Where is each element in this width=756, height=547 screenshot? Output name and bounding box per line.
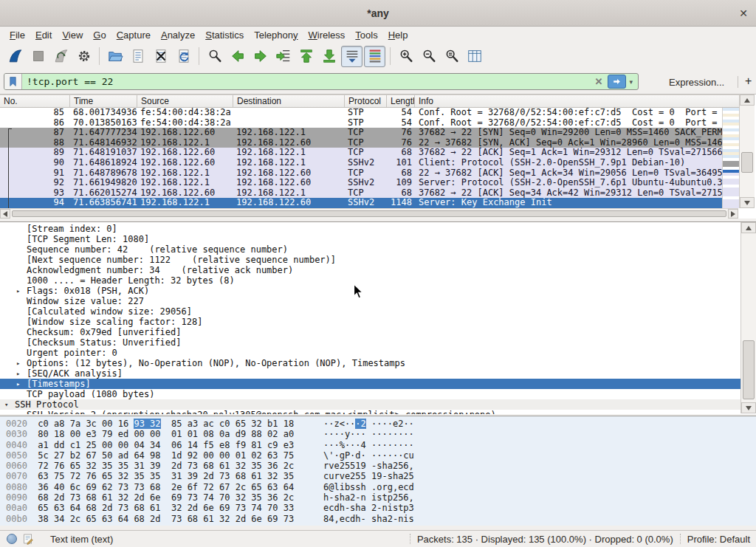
expression-button[interactable]: Expression...: [669, 77, 724, 88]
filter-value[interactable]: !tcp.port == 22: [22, 76, 590, 87]
stop-capture-button[interactable]: [27, 46, 49, 67]
close-file-button[interactable]: [150, 46, 171, 67]
packet-row-87[interactable]: 8771.647777234192.168.122.60192.168.122.…: [0, 128, 722, 138]
filter-apply-button[interactable]: [608, 75, 626, 89]
capture-comment-icon[interactable]: [22, 533, 34, 545]
detail-line[interactable]: [Stream index: 0]: [0, 224, 756, 234]
detail-line[interactable]: ▸Flags: 0x018 (PSH, ACK): [0, 286, 756, 296]
detail-line[interactable]: [Window size scaling factor: 128]: [0, 317, 756, 327]
detail-line[interactable]: [Calculated window size: 29056]: [0, 306, 756, 317]
hex-row[interactable]: 0050 5c 27 b2 67 50 ad 64 98 1d 92 00 00…: [6, 450, 756, 461]
hex-row[interactable]: 0080 36 40 6c 69 62 73 73 68 2e 6f 72 67…: [6, 482, 756, 492]
zoom-in-button[interactable]: [395, 46, 416, 67]
hex-row[interactable]: 0090 68 2d 73 68 61 32 2d 6e 69 73 74 70…: [6, 492, 756, 503]
reload-file-button[interactable]: [173, 46, 194, 67]
hex-row[interactable]: 0070 63 75 72 76 65 32 35 35 31 39 2d 73…: [6, 471, 756, 481]
packet-row-89[interactable]: 8971.648191037192.168.122.60192.168.122.…: [0, 148, 722, 158]
menu-item-edit[interactable]: Edit: [30, 30, 57, 41]
detail-line[interactable]: Urgent pointer: 0: [0, 348, 756, 358]
hex-row[interactable]: 0030 80 18 00 e3 79 ed 00 00 01 01 08 0a…: [6, 429, 756, 439]
go-back-button[interactable]: [227, 46, 248, 67]
menu-item-telephony[interactable]: Telephony: [249, 30, 303, 41]
intelligent-scrollbar-minimap[interactable]: [722, 108, 739, 208]
menu-item-tools[interactable]: Tools: [350, 30, 382, 41]
menu-item-analyze[interactable]: Analyze: [156, 30, 200, 41]
detail-line[interactable]: TCP payload (1080 bytes): [0, 389, 756, 399]
hex-row[interactable]: 0040 a1 dd c1 25 00 00 04 34 06 14 f5 e8…: [6, 440, 756, 450]
packet-list-vertical-scrollbar[interactable]: [739, 94, 755, 208]
packet-list-horizontal-scrollbar[interactable]: [0, 208, 738, 219]
menu-item-wireless[interactable]: Wireless: [303, 30, 351, 41]
scroll-down-icon[interactable]: [740, 197, 755, 208]
column-header-destination[interactable]: Destination: [233, 95, 345, 107]
column-header-length[interactable]: Length: [387, 95, 415, 107]
menu-item-statistics[interactable]: Statistics: [200, 30, 249, 41]
scroll-right-icon[interactable]: [728, 209, 738, 219]
expand-icon[interactable]: ▸: [16, 286, 20, 296]
detail-line[interactable]: [TCP Segment Len: 1080]: [0, 234, 756, 244]
colorize-button[interactable]: [364, 46, 385, 67]
detail-line[interactable]: Sequence number: 42 (relative sequence n…: [0, 244, 756, 255]
resize-columns-button[interactable]: [464, 46, 485, 67]
expert-info-icon[interactable]: [7, 534, 17, 544]
collapse-icon[interactable]: ▾: [4, 399, 8, 410]
display-filter-input[interactable]: !tcp.port == 22 ✕ ▾: [4, 73, 639, 90]
column-header-source[interactable]: Source: [137, 95, 233, 107]
scroll-down-icon[interactable]: [741, 402, 756, 413]
filter-dropdown-icon[interactable]: ▾: [629, 78, 638, 86]
go-last-button[interactable]: [318, 46, 340, 67]
profile-label[interactable]: Profile: Default: [687, 534, 750, 545]
restart-capture-button[interactable]: [50, 46, 72, 67]
detail-line[interactable]: ▸[Timestamps]: [0, 379, 756, 389]
packet-row-90[interactable]: 9071.648618924192.168.122.60192.168.122.…: [0, 158, 722, 168]
filter-clear-icon[interactable]: ✕: [590, 76, 608, 87]
scrollbar-thumb[interactable]: [743, 340, 755, 399]
expand-icon[interactable]: ▸: [16, 368, 20, 379]
detail-line[interactable]: ▸Options: (12 bytes), No-Operation (NOP)…: [0, 358, 756, 368]
hex-row[interactable]: 0020 c0 a8 7a 3c 00 16 93 32 85 a3 ac c0…: [6, 419, 756, 429]
add-filter-button[interactable]: +: [745, 75, 752, 88]
scroll-up-icon[interactable]: [740, 94, 755, 106]
column-header-info[interactable]: Info: [415, 95, 740, 107]
go-forward-button[interactable]: [250, 46, 271, 67]
menu-item-go[interactable]: Go: [88, 30, 111, 41]
go-first-button[interactable]: [295, 46, 317, 67]
go-to-packet-button[interactable]: [272, 46, 294, 67]
zoom-out-button[interactable]: [418, 46, 439, 67]
start-capture-button[interactable]: [4, 46, 26, 67]
scrollbar-thumb[interactable]: [12, 210, 726, 217]
open-file-button[interactable]: [104, 46, 126, 67]
packet-row-94[interactable]: 9471.663856741192.168.122.1192.168.122.6…: [0, 198, 722, 208]
packet-row-85[interactable]: 8568.001734936fe:54:00:d4:38:2aSTP54Conf…: [0, 108, 722, 118]
hex-row[interactable]: 00a0 65 63 64 68 2d 73 68 61 32 2d 6e 69…: [6, 503, 756, 513]
expand-icon[interactable]: ▸: [16, 410, 20, 414]
menu-item-capture[interactable]: Capture: [111, 30, 156, 41]
expand-icon[interactable]: ▸: [16, 379, 20, 389]
packet-row-91[interactable]: 9171.648789678192.168.122.1192.168.122.6…: [0, 168, 722, 179]
detail-line[interactable]: 1000 .... = Header Length: 32 bytes (8): [0, 275, 756, 286]
hex-row[interactable]: 0060 72 76 65 32 35 35 31 39 2d 73 68 61…: [6, 461, 756, 471]
scroll-up-icon[interactable]: [741, 222, 756, 233]
packet-row-93[interactable]: 9371.662015274192.168.122.60192.168.122.…: [0, 188, 722, 199]
detail-line[interactable]: [Checksum Status: Unverified]: [0, 337, 756, 348]
filter-bookmark-icon[interactable]: [4, 74, 22, 89]
detail-line[interactable]: Checksum: 0x79ed [unverified]: [0, 327, 756, 337]
capture-options-button[interactable]: [73, 46, 94, 67]
packet-row-92[interactable]: 9271.661949820192.168.122.1192.168.122.6…: [0, 178, 722, 188]
detail-line[interactable]: ▾SSH Protocol: [0, 399, 756, 410]
scroll-left-icon[interactable]: [0, 209, 10, 219]
scrollbar-thumb[interactable]: [741, 152, 753, 173]
expand-icon[interactable]: ▸: [16, 358, 20, 368]
column-header-protocol[interactable]: Protocol: [345, 95, 387, 107]
detail-line[interactable]: [Next sequence number: 1122 (relative se…: [0, 255, 756, 265]
menu-item-help[interactable]: Help: [383, 30, 413, 41]
details-vertical-scrollbar[interactable]: [740, 222, 756, 413]
menu-item-view[interactable]: View: [57, 30, 88, 41]
detail-line[interactable]: ▸SSH Version 2 (encryption:chacha20-poly…: [0, 410, 756, 414]
detail-line[interactable]: ▸[SEQ/ACK analysis]: [0, 368, 756, 379]
hex-row[interactable]: 00b0 38 34 2c 65 63 64 68 2d 73 68 61 32…: [6, 514, 756, 524]
save-file-button[interactable]: [127, 46, 148, 67]
packet-row-86[interactable]: 8670.013850163fe:54:00:d4:38:2aSTP54Conf…: [0, 118, 722, 128]
find-packet-button[interactable]: [204, 46, 225, 67]
column-header-time[interactable]: Time: [70, 95, 137, 107]
